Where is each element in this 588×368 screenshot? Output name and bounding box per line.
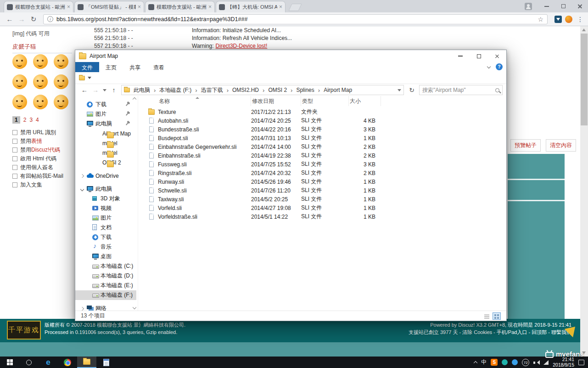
nav-item[interactable]: 网络 bbox=[75, 304, 136, 311]
start-button[interactable] bbox=[0, 357, 19, 368]
file-row[interactable]: Busdepot.sli 2014/7/31 10:13 SLI 文件 1 KB bbox=[138, 134, 506, 142]
smiley-emoticon[interactable] bbox=[54, 54, 68, 69]
volume-icon[interactable] bbox=[533, 360, 539, 365]
file-row[interactable]: Runway.sli 2014/5/26 19:46 SLI 文件 1 KB bbox=[138, 177, 506, 186]
browser-minimize-button[interactable] bbox=[538, 0, 555, 12]
breadcrumb-segment[interactable]: 本地磁盘 (F:) › bbox=[158, 86, 200, 94]
breadcrumb-chevron-icon[interactable]: › bbox=[288, 87, 295, 94]
action-center-icon[interactable] bbox=[578, 360, 584, 365]
checkbox-icon[interactable] bbox=[12, 156, 17, 161]
file-row[interactable]: Bundesstraße.sli 2014/4/22 20:16 SLI 文件 … bbox=[138, 125, 506, 134]
smiley-emoticon[interactable] bbox=[33, 74, 48, 89]
help-icon[interactable]: ? bbox=[496, 63, 503, 70]
file-row[interactable]: Texture 2017/12/2 21:13 文件夹 bbox=[138, 108, 506, 116]
tab-close-icon[interactable]: × bbox=[208, 4, 212, 10]
checkbox-icon[interactable] bbox=[12, 182, 17, 187]
nav-item[interactable]: 文档 bbox=[75, 223, 136, 232]
nav-item[interactable]: OMSI 2 bbox=[75, 158, 136, 167]
forum-option-row[interactable]: 禁用 Discuz!代碼 bbox=[12, 146, 77, 154]
breadcrumb-segment[interactable]: Splines › bbox=[295, 87, 323, 94]
site-logo[interactable]: 千平游戏 bbox=[7, 321, 41, 340]
browser-close-button[interactable] bbox=[571, 0, 588, 12]
smiley-emoticon[interactable] bbox=[54, 95, 68, 109]
breadcrumb-label[interactable]: OMSI2.HD bbox=[231, 87, 260, 93]
file-row[interactable]: Einbahnstraße.sli 2014/4/19 22:38 SLI 文件… bbox=[138, 151, 506, 160]
nav-item[interactable]: 桌面 bbox=[75, 252, 136, 261]
notepad-taskbar-button[interactable] bbox=[96, 357, 116, 368]
thumbnail-view-icon[interactable] bbox=[493, 312, 501, 320]
taskbar-clock[interactable]: 21:41 2018/9/15 bbox=[553, 357, 574, 368]
tab-close-icon[interactable]: × bbox=[279, 4, 282, 10]
checkbox-icon[interactable] bbox=[12, 174, 17, 179]
nav-item[interactable]: 本地磁盘 (E:) bbox=[75, 281, 136, 290]
ribbon-tab[interactable]: 共享 bbox=[123, 62, 147, 72]
browser-tab[interactable]: 模載聯合支援站 - 歐洲... × bbox=[4, 1, 73, 12]
bookmark-star-icon[interactable]: ☆ bbox=[538, 16, 543, 23]
nav-item[interactable]: model bbox=[75, 148, 136, 158]
breadcrumb-label[interactable]: Airport Map bbox=[323, 87, 353, 93]
details-view-icon[interactable] bbox=[482, 312, 491, 320]
breadcrumb-label[interactable]: 迅雷下载 bbox=[200, 86, 224, 94]
tab-close-icon[interactable]: × bbox=[67, 4, 70, 10]
forum-option-row[interactable]: 使用個人簽名 bbox=[12, 163, 77, 172]
edge-taskbar-button[interactable]: e bbox=[39, 357, 58, 368]
tray-app-icon-1[interactable] bbox=[502, 359, 508, 365]
breadcrumb-segment[interactable]: 此电脑 › bbox=[133, 86, 158, 94]
site-info-icon[interactable]: i bbox=[47, 16, 53, 22]
explorer-titlebar[interactable]: Airport Map bbox=[75, 50, 506, 62]
nav-item[interactable]: model bbox=[75, 138, 136, 148]
browser-menu-icon[interactable]: ⋮ bbox=[576, 16, 584, 23]
scrollbar-up-icon[interactable] bbox=[582, 28, 586, 31]
breadcrumb-label[interactable]: Splines bbox=[295, 87, 315, 93]
breadcrumb-segment[interactable]: OMSI2.HD › bbox=[231, 87, 267, 94]
profile-icon[interactable] bbox=[525, 3, 532, 10]
search-input[interactable]: 搜索"Airport Map" bbox=[422, 86, 495, 94]
smiley-page-button[interactable]: 2 bbox=[23, 117, 27, 123]
file-row[interactable]: Ringstraße.sli 2014/7/24 20:32 SLI 文件 2 … bbox=[138, 169, 506, 177]
sogou-tray-icon[interactable]: S bbox=[491, 359, 498, 366]
column-header[interactable]: 大小 bbox=[349, 96, 381, 106]
address-dropdown-icon[interactable] bbox=[398, 89, 401, 91]
smiley-page-button[interactable]: 1 bbox=[12, 116, 20, 124]
breadcrumb-label[interactable]: 本地磁盘 (F:) bbox=[158, 86, 192, 94]
ribbon-expand-icon[interactable] bbox=[487, 65, 491, 68]
address-bar[interactable]: 此电脑 › 本地磁盘 (F:) › 迅雷下载 › OMSI2.HD › OMSI… bbox=[121, 85, 404, 95]
forum-option-row[interactable]: 禁用 URL 識別 bbox=[12, 128, 77, 137]
refresh-button[interactable]: ↻ bbox=[407, 86, 417, 94]
nav-item[interactable]: 此电脑 bbox=[75, 184, 136, 194]
checkbox-icon[interactable] bbox=[12, 165, 17, 170]
file-row[interactable]: Vorfeldstraße.sli 2014/5/1 14:22 SLI 文件 … bbox=[138, 212, 506, 221]
browser-back-button[interactable]: ← bbox=[4, 15, 16, 23]
tray-expand-icon[interactable] bbox=[474, 361, 477, 365]
breadcrumb-chevron-icon[interactable]: › bbox=[151, 87, 158, 94]
forum-option-row[interactable]: 禁用 表情 bbox=[12, 137, 77, 146]
browser-scrollbar[interactable] bbox=[580, 26, 588, 357]
browser-tab[interactable]: 模載聯合支援站 - 歐洲... × bbox=[145, 1, 215, 12]
address-omnibox[interactable]: i bbs.18wos.org/post.html?action=newthre… bbox=[43, 14, 548, 24]
file-row[interactable]: Taxiway.sli 2014/5/2 20:25 SLI 文件 1 KB bbox=[138, 195, 506, 204]
url-text[interactable]: bbs.18wos.org/post.html?action=newthread… bbox=[56, 16, 535, 23]
column-header[interactable]: 名称 bbox=[158, 96, 251, 106]
network-icon[interactable] bbox=[543, 360, 549, 365]
cortana-button[interactable] bbox=[19, 357, 39, 368]
nav-item[interactable]: OneDrive bbox=[75, 171, 136, 181]
file-row[interactable]: Vorfeld.sli 2014/4/27 19:08 SLI 文件 1 KB bbox=[138, 204, 506, 212]
tray-app-icon-2[interactable] bbox=[512, 359, 518, 365]
search-icon[interactable] bbox=[495, 88, 499, 92]
forward-button[interactable]: → bbox=[90, 86, 101, 94]
breadcrumb-label[interactable]: OMSI 2 bbox=[267, 87, 288, 93]
forum-option-row[interactable]: 加入文集 bbox=[12, 181, 77, 189]
smiley-emoticon[interactable] bbox=[12, 74, 27, 89]
smiley-page-button[interactable]: 3 bbox=[29, 117, 33, 123]
nav-item[interactable]: 图片 bbox=[75, 109, 136, 119]
ribbon-tab[interactable]: 查看 bbox=[147, 62, 171, 72]
smiley-page-button[interactable]: 4 bbox=[36, 117, 39, 123]
browser-tab[interactable]: 【轉】大机场: OMSI A... × bbox=[216, 1, 286, 12]
breadcrumb-chevron-icon[interactable]: › bbox=[315, 87, 323, 94]
up-button[interactable]: ↑ bbox=[108, 86, 119, 94]
smiley-category-tab[interactable]: 皮搋子猫 bbox=[12, 43, 72, 53]
extension-orange-icon[interactable] bbox=[565, 16, 572, 23]
file-row[interactable]: Fussweg.sli 2014/7/25 15:52 SLI 文件 3 KB bbox=[138, 160, 506, 169]
preview-post-button[interactable]: 預覽帖子 bbox=[510, 139, 541, 152]
browser-tab[interactable]: 「OMSI答疑贴」 - 模載... × bbox=[74, 1, 144, 12]
